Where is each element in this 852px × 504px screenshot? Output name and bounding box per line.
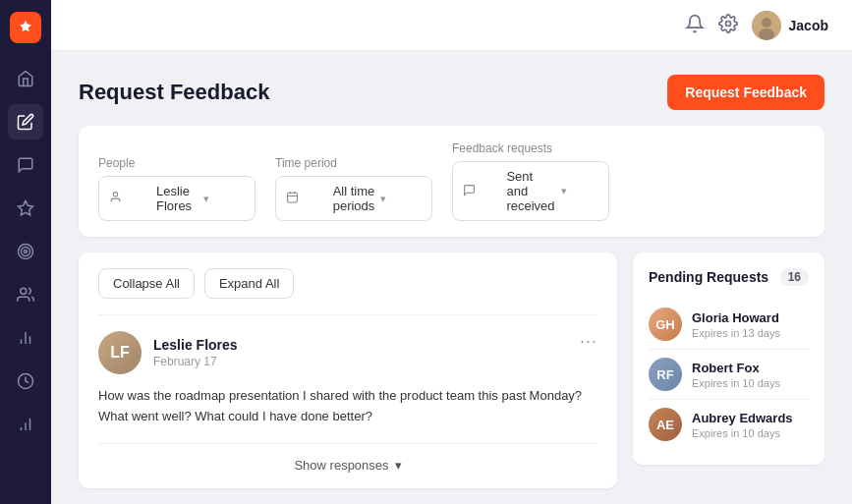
- person-icon: [109, 191, 150, 206]
- pending-item-robert[interactable]: RF Robert Fox Expires in 10 days: [649, 350, 809, 400]
- feedback-question: How was the roadmap presentation I share…: [98, 386, 597, 427]
- time-period-filter-group: Time period All time periods ▾: [275, 156, 432, 221]
- header: Jacob: [51, 0, 852, 51]
- pending-item-aubrey[interactable]: AE Aubrey Edwards Expires in 10 days: [649, 400, 809, 449]
- show-responses-button[interactable]: Show responses ▾: [98, 443, 597, 473]
- feedback-requests-filter-group: Feedback requests Sent and received ▾: [452, 141, 609, 221]
- filter-bar: People Leslie Flores ▾ Time period All t…: [79, 126, 824, 237]
- content-area: Collapse All Expand All LF Leslie Flores…: [79, 252, 824, 488]
- request-feedback-button[interactable]: Request Feedback: [667, 75, 824, 110]
- expand-all-button[interactable]: Expand All: [204, 268, 294, 299]
- feedback-user-avatar: LF: [98, 331, 142, 374]
- svg-point-2: [22, 248, 30, 256]
- time-period-label: Time period: [275, 156, 432, 170]
- svg-point-3: [25, 251, 28, 253]
- pending-info-aubrey: Aubrey Edwards Expires in 10 days: [692, 411, 809, 439]
- chevron-down-icon-4: ▾: [395, 458, 402, 473]
- show-responses-label: Show responses: [294, 458, 388, 473]
- pending-avatar-aubrey: AE: [649, 408, 682, 441]
- people-value: Leslie Flores: [156, 184, 198, 213]
- feedback-requests-label: Feedback requests: [452, 141, 609, 155]
- avatar-inner: LF: [98, 331, 142, 374]
- svg-point-12: [725, 21, 730, 26]
- feedback-item-header: LF Leslie Flores February 17 ···: [98, 331, 597, 374]
- feedback-section: Collapse All Expand All LF Leslie Flores…: [79, 252, 617, 488]
- username: Jacob: [789, 18, 828, 33]
- more-options-button[interactable]: ···: [580, 331, 597, 352]
- feedback-user-info: Leslie Flores February 17: [153, 337, 238, 368]
- pending-name-gloria: Gloria Howard: [692, 310, 809, 325]
- notification-bell[interactable]: [685, 14, 705, 37]
- feedback-requests-value: Sent and received: [506, 169, 554, 213]
- bar-chart-icon[interactable]: [8, 407, 43, 442]
- collapse-all-button[interactable]: Collapse All: [98, 268, 195, 299]
- people-select[interactable]: Leslie Flores ▾: [98, 176, 256, 221]
- people-icon[interactable]: [8, 277, 43, 312]
- svg-point-14: [762, 18, 771, 28]
- pending-title: Pending Requests: [649, 269, 768, 285]
- time-period-select[interactable]: All time periods ▾: [275, 176, 432, 221]
- feedback-user: LF Leslie Flores February 17: [98, 331, 238, 374]
- pending-expires-robert: Expires in 10 days: [692, 377, 809, 389]
- page-title: Request Feedback: [79, 80, 269, 105]
- feedback-actions: Collapse All Expand All: [98, 268, 597, 299]
- pending-requests-section: Pending Requests 16 GH Gloria Howard Exp…: [633, 252, 824, 465]
- pending-info-robert: Robert Fox Expires in 10 days: [692, 361, 809, 389]
- calendar-icon: [286, 191, 327, 206]
- page-title-row: Request Feedback Request Feedback: [79, 75, 824, 110]
- chevron-down-icon-3: ▾: [561, 185, 598, 197]
- svg-point-4: [21, 288, 27, 294]
- chevron-down-icon-2: ▾: [380, 193, 422, 205]
- people-filter-label: People: [98, 156, 256, 170]
- page-body: Request Feedback Request Feedback People…: [51, 51, 852, 504]
- feedback-item: LF Leslie Flores February 17 ··· How was…: [98, 314, 597, 473]
- settings-gear-icon[interactable]: [718, 14, 738, 37]
- sidebar: [0, 0, 51, 504]
- people-filter-group: People Leslie Flores ▾: [98, 156, 256, 221]
- pending-avatar-robert: RF: [649, 358, 682, 391]
- pending-name-robert: Robert Fox: [692, 361, 809, 375]
- analytics-icon[interactable]: [8, 320, 43, 356]
- home-icon[interactable]: [8, 61, 43, 96]
- clock-icon[interactable]: [8, 364, 43, 399]
- pending-item[interactable]: GH Gloria Howard Expires in 13 days: [649, 300, 809, 350]
- pending-name-aubrey: Aubrey Edwards: [692, 411, 809, 425]
- user-profile[interactable]: Jacob: [752, 11, 828, 40]
- chevron-down-icon: ▾: [203, 193, 245, 205]
- svg-point-15: [759, 28, 774, 40]
- svg-rect-17: [288, 193, 298, 202]
- request-feedback-icon[interactable]: [8, 104, 43, 140]
- svg-point-16: [113, 193, 117, 196]
- pending-expires-aubrey: Expires in 10 days: [692, 427, 809, 439]
- feedback-user-name: Leslie Flores: [153, 337, 238, 353]
- time-period-value: All time periods: [333, 184, 375, 213]
- target-icon[interactable]: [8, 234, 43, 269]
- feedback-requests-select[interactable]: Sent and received ▾: [452, 161, 609, 221]
- pending-info-gloria: Gloria Howard Expires in 13 days: [692, 310, 809, 339]
- app-logo[interactable]: [10, 12, 41, 43]
- main-content: Jacob Request Feedback Request Feedback …: [51, 0, 852, 504]
- pending-count: 16: [780, 268, 809, 286]
- star-icon[interactable]: [8, 191, 43, 226]
- svg-marker-0: [19, 201, 33, 215]
- message-icon: [463, 184, 500, 199]
- pending-expires-gloria: Expires in 13 days: [692, 327, 809, 339]
- chat-icon[interactable]: [8, 147, 43, 183]
- pending-header: Pending Requests 16: [649, 268, 809, 286]
- avatar: [752, 11, 781, 40]
- pending-avatar-gloria: GH: [649, 308, 682, 341]
- feedback-date: February 17: [153, 355, 238, 368]
